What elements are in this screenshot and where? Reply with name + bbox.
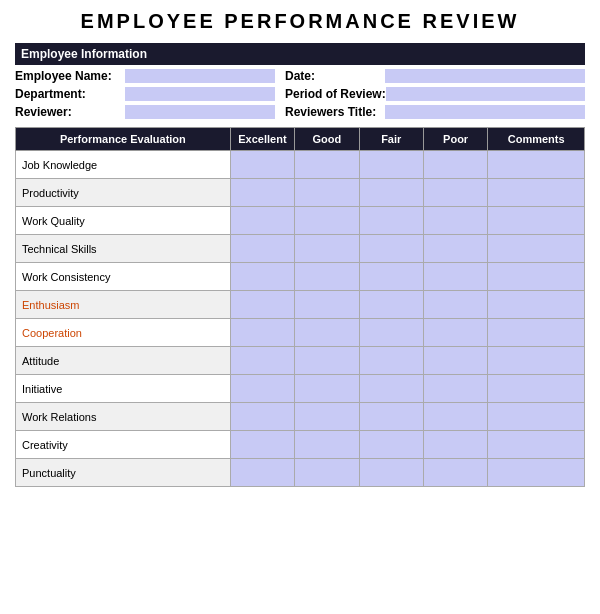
criteria-cell-1: Productivity bbox=[16, 179, 231, 207]
poor-cell-7[interactable] bbox=[423, 347, 487, 375]
good-cell-4[interactable] bbox=[295, 263, 359, 291]
poor-cell-6[interactable] bbox=[423, 319, 487, 347]
good-cell-5[interactable] bbox=[295, 291, 359, 319]
input-period[interactable] bbox=[386, 87, 585, 101]
fair-cell-8[interactable] bbox=[359, 375, 423, 403]
table-row: Punctuality bbox=[16, 459, 585, 487]
poor-cell-2[interactable] bbox=[423, 207, 487, 235]
excellent-cell-11[interactable] bbox=[230, 459, 294, 487]
poor-cell-9[interactable] bbox=[423, 403, 487, 431]
fair-cell-7[interactable] bbox=[359, 347, 423, 375]
good-cell-8[interactable] bbox=[295, 375, 359, 403]
table-row: Technical Skills bbox=[16, 235, 585, 263]
page-title: EMPLOYEE PERFORMANCE REVIEW bbox=[15, 10, 585, 33]
comments-cell-8[interactable] bbox=[488, 375, 585, 403]
comments-cell-1[interactable] bbox=[488, 179, 585, 207]
fair-cell-5[interactable] bbox=[359, 291, 423, 319]
poor-cell-5[interactable] bbox=[423, 291, 487, 319]
table-row: Work Consistency bbox=[16, 263, 585, 291]
table-row: Creativity bbox=[16, 431, 585, 459]
comments-cell-9[interactable] bbox=[488, 403, 585, 431]
good-cell-2[interactable] bbox=[295, 207, 359, 235]
criteria-cell-10: Creativity bbox=[16, 431, 231, 459]
input-reviewers-title[interactable] bbox=[385, 105, 585, 119]
excellent-cell-9[interactable] bbox=[230, 403, 294, 431]
poor-cell-11[interactable] bbox=[423, 459, 487, 487]
col-header-poor: Poor bbox=[423, 128, 487, 151]
label-date: Date: bbox=[285, 69, 385, 83]
employee-info-section: Employee Information Employee Name: Date… bbox=[15, 43, 585, 119]
poor-cell-4[interactable] bbox=[423, 263, 487, 291]
criteria-cell-5: Enthusiasm bbox=[16, 291, 231, 319]
fair-cell-6[interactable] bbox=[359, 319, 423, 347]
input-date[interactable] bbox=[385, 69, 585, 83]
col-header-excellent: Excellent bbox=[230, 128, 294, 151]
input-reviewer[interactable] bbox=[125, 105, 275, 119]
input-employee-name[interactable] bbox=[125, 69, 275, 83]
input-department[interactable] bbox=[125, 87, 275, 101]
criteria-cell-7: Attitude bbox=[16, 347, 231, 375]
employee-info-header: Employee Information bbox=[15, 43, 585, 65]
comments-cell-6[interactable] bbox=[488, 319, 585, 347]
comments-cell-0[interactable] bbox=[488, 151, 585, 179]
fair-cell-2[interactable] bbox=[359, 207, 423, 235]
excellent-cell-2[interactable] bbox=[230, 207, 294, 235]
comments-cell-11[interactable] bbox=[488, 459, 585, 487]
fair-cell-9[interactable] bbox=[359, 403, 423, 431]
excellent-cell-5[interactable] bbox=[230, 291, 294, 319]
fair-cell-10[interactable] bbox=[359, 431, 423, 459]
fair-cell-4[interactable] bbox=[359, 263, 423, 291]
comments-cell-2[interactable] bbox=[488, 207, 585, 235]
table-row: Enthusiasm bbox=[16, 291, 585, 319]
poor-cell-3[interactable] bbox=[423, 235, 487, 263]
excellent-cell-1[interactable] bbox=[230, 179, 294, 207]
info-row-name: Employee Name: Date: bbox=[15, 69, 585, 83]
table-row: Job Knowledge bbox=[16, 151, 585, 179]
excellent-cell-3[interactable] bbox=[230, 235, 294, 263]
good-cell-3[interactable] bbox=[295, 235, 359, 263]
fair-cell-3[interactable] bbox=[359, 235, 423, 263]
excellent-cell-0[interactable] bbox=[230, 151, 294, 179]
excellent-cell-10[interactable] bbox=[230, 431, 294, 459]
col-header-comments: Comments bbox=[488, 128, 585, 151]
poor-cell-0[interactable] bbox=[423, 151, 487, 179]
table-row: Work Relations bbox=[16, 403, 585, 431]
comments-cell-3[interactable] bbox=[488, 235, 585, 263]
excellent-cell-4[interactable] bbox=[230, 263, 294, 291]
comments-cell-7[interactable] bbox=[488, 347, 585, 375]
criteria-cell-0: Job Knowledge bbox=[16, 151, 231, 179]
col-header-good: Good bbox=[295, 128, 359, 151]
good-cell-1[interactable] bbox=[295, 179, 359, 207]
info-row-reviewer: Reviewer: Reviewers Title: bbox=[15, 105, 585, 119]
poor-cell-8[interactable] bbox=[423, 375, 487, 403]
comments-cell-5[interactable] bbox=[488, 291, 585, 319]
good-cell-11[interactable] bbox=[295, 459, 359, 487]
good-cell-7[interactable] bbox=[295, 347, 359, 375]
info-row-department: Department: Period of Review: bbox=[15, 87, 585, 101]
fair-cell-0[interactable] bbox=[359, 151, 423, 179]
table-row: Cooperation bbox=[16, 319, 585, 347]
poor-cell-10[interactable] bbox=[423, 431, 487, 459]
criteria-cell-3: Technical Skills bbox=[16, 235, 231, 263]
criteria-cell-4: Work Consistency bbox=[16, 263, 231, 291]
good-cell-10[interactable] bbox=[295, 431, 359, 459]
good-cell-0[interactable] bbox=[295, 151, 359, 179]
good-cell-9[interactable] bbox=[295, 403, 359, 431]
label-employee-name: Employee Name: bbox=[15, 69, 125, 83]
col-header-criteria: Performance Evaluation bbox=[16, 128, 231, 151]
fair-cell-1[interactable] bbox=[359, 179, 423, 207]
poor-cell-1[interactable] bbox=[423, 179, 487, 207]
label-reviewers-title: Reviewers Title: bbox=[285, 105, 385, 119]
excellent-cell-6[interactable] bbox=[230, 319, 294, 347]
excellent-cell-7[interactable] bbox=[230, 347, 294, 375]
col-header-fair: Fair bbox=[359, 128, 423, 151]
comments-cell-10[interactable] bbox=[488, 431, 585, 459]
excellent-cell-8[interactable] bbox=[230, 375, 294, 403]
comments-cell-4[interactable] bbox=[488, 263, 585, 291]
fair-cell-11[interactable] bbox=[359, 459, 423, 487]
criteria-cell-9: Work Relations bbox=[16, 403, 231, 431]
criteria-cell-8: Initiative bbox=[16, 375, 231, 403]
table-row: Work Quality bbox=[16, 207, 585, 235]
label-department: Department: bbox=[15, 87, 125, 101]
good-cell-6[interactable] bbox=[295, 319, 359, 347]
